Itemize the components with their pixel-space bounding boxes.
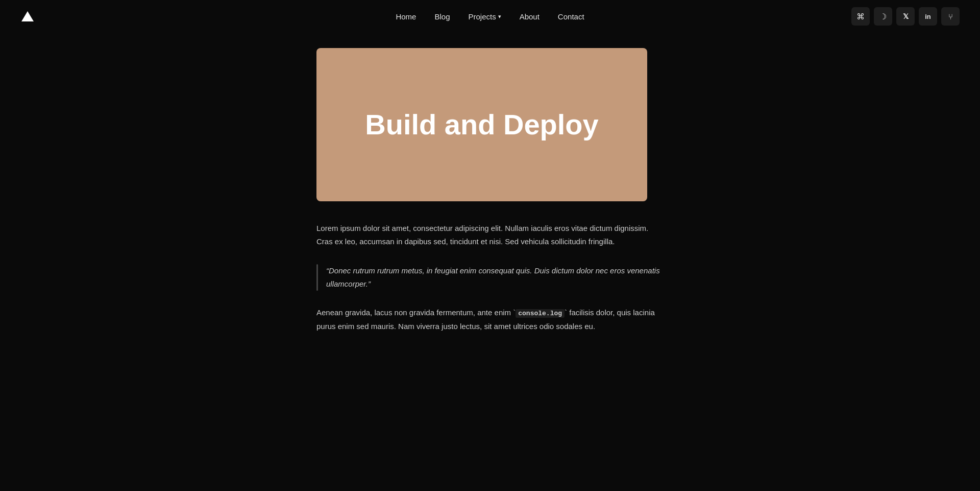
blockquote-wrapper: “Donec rutrum rutrum metus, in feugiat e… <box>316 264 664 291</box>
twitter-icon: 𝕏 <box>903 12 909 20</box>
navbar-right: ⌘ ☽ 𝕏 in ⑂ <box>851 7 960 26</box>
nav-projects[interactable]: Projects ▾ <box>468 12 501 21</box>
nav-blog[interactable]: Blog <box>434 12 450 21</box>
body-paragraph-1: Lorem ipsum dolor sit amet, consectetur … <box>316 222 664 249</box>
inline-code: console.log <box>516 309 565 318</box>
linkedin-button[interactable]: in <box>919 7 937 26</box>
navbar-center: Home Blog Projects ▾ About Contact <box>396 12 584 21</box>
blockquote-text: “Donec rutrum rutrum metus, in feugiat e… <box>326 264 664 291</box>
paragraph2-before: Aenean gravida, lacus non gravida fermen… <box>316 308 516 317</box>
moon-icon: ☽ <box>879 12 887 21</box>
hero-title: Build and Deploy <box>365 109 598 141</box>
command-button[interactable]: ⌘ <box>851 7 870 26</box>
fork-icon: ⑂ <box>948 12 953 21</box>
nav-about[interactable]: About <box>520 12 540 21</box>
github-fork-button[interactable]: ⑂ <box>941 7 960 26</box>
chevron-down-icon: ▾ <box>498 13 501 20</box>
theme-toggle-button[interactable]: ☽ <box>874 7 892 26</box>
navbar: Home Blog Projects ▾ About Contact ⌘ ☽ 𝕏… <box>0 0 980 33</box>
twitter-button[interactable]: 𝕏 <box>896 7 915 26</box>
nav-home[interactable]: Home <box>396 12 416 21</box>
nav-contact[interactable]: Contact <box>558 12 584 21</box>
navbar-logo-area <box>20 9 35 24</box>
svg-marker-0 <box>21 11 34 21</box>
main-content: Build and Deploy Lorem ipsum dolor sit a… <box>316 33 664 379</box>
linkedin-icon: in <box>925 13 931 20</box>
hero-banner: Build and Deploy <box>316 48 647 201</box>
command-icon: ⌘ <box>856 12 865 21</box>
logo-icon[interactable] <box>20 9 35 24</box>
blockquote-border <box>316 264 318 291</box>
body-paragraph-2: Aenean gravida, lacus non gravida fermen… <box>316 306 664 333</box>
